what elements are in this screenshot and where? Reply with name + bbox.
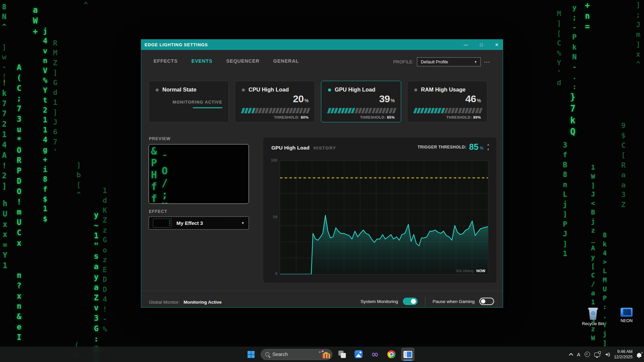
taskbar-app-photos[interactable] [352, 348, 365, 361]
chevron-down-icon: ▼ [241, 221, 245, 225]
threshold-label: THRESHOLD: [446, 115, 472, 119]
gpu-load-bar [328, 108, 395, 113]
profile-label: PROFILE: [393, 60, 414, 64]
taskbar-search[interactable]: Search [261, 349, 332, 360]
preview-glyph-column: ¯ O / ; M K [162, 153, 168, 204]
window-titlebar[interactable]: EDGE LIGHTING SETTINGS [141, 40, 503, 50]
event-card-normal-state[interactable]: Normal State MONITORING ACTIVE [149, 81, 229, 122]
copy-icon [338, 350, 346, 358]
global-monitor-label: Global Monitor: [149, 300, 180, 305]
system-monitoring-label: System Monitoring [361, 299, 398, 304]
gpu-load-value: 39 [379, 93, 390, 105]
footer-divider [141, 291, 503, 291]
card-title: CPU High Load [249, 86, 289, 93]
now-label: NOW [476, 269, 485, 273]
start-button[interactable] [244, 348, 258, 361]
desktop-icon-recycle-bin[interactable]: ♻ Recycle Bin [578, 308, 608, 326]
threshold-decrease-button[interactable]: ▼ [487, 148, 490, 151]
cpu-load-bar [242, 108, 309, 113]
matrix-glyph-column: } 7 k Q [570, 91, 576, 138]
effect-preview: & P H f f r¯ O / ; M K [149, 144, 249, 204]
window-title: EDGE LIGHTING SETTINGS [145, 42, 208, 47]
status-dot [328, 88, 331, 92]
matrix-glyph-column: A ( C ; 7 3 u * O R P D O ! m U C x [17, 62, 21, 248]
taskbar-app-edge-lighting-active[interactable] [401, 348, 415, 361]
system-monitoring-toggle[interactable] [403, 298, 418, 305]
matrix-glyph-column: ^ [84, 0, 88, 10]
taskbar-app-visual-studio[interactable]: ∞ [368, 348, 382, 361]
matrix-glyph-column: j 4 v n V % Y t 2 1 1 4 g + i 8 f $ 1 $ [43, 26, 47, 224]
taskbar: Search ∞ A ◄)) 9:46 AM 12/2/2025 [0, 347, 644, 362]
toggle-knob [481, 299, 485, 304]
y-axis-tick-100: 100 [267, 158, 277, 163]
network-display-icon[interactable] [594, 353, 600, 357]
card-title: Normal State [162, 86, 197, 93]
tab-sequencer[interactable]: SEQUENCER [226, 58, 260, 64]
event-card-ram-high-usage[interactable]: RAM High Usage 46% THRESHOLD:89% [407, 81, 487, 122]
tray-clock-icon[interactable] [585, 352, 590, 357]
tab-bar: EFFECTS EVENTS SEQUENCER GENERAL [154, 58, 299, 64]
matrix-glyph-column: M ] [ C % Y ' d [557, 9, 561, 88]
pause-when-gaming-toggle[interactable] [479, 298, 494, 305]
threshold-value: 85% [387, 115, 395, 119]
card-title: RAM High Usage [421, 86, 466, 93]
card-title: GPU High Load [335, 86, 375, 93]
monitoring-active-underline [193, 107, 222, 108]
effect-thumbnail [153, 219, 172, 228]
matrix-glyph-column: 8 N ^ [2, 2, 6, 32]
close-button[interactable]: ✕ [493, 40, 500, 50]
ram-usage-bar [414, 108, 482, 113]
maximize-button[interactable]: □ [478, 40, 485, 50]
matrix-glyph-column: 9 $ C [ R a a 3 Z [621, 121, 626, 209]
gpu-history-chart: 60s History NOW [280, 161, 488, 275]
chart-subtitle: HISTORY [314, 145, 336, 150]
trigger-threshold-unit: % [480, 146, 483, 150]
matrix-glyph-column: R M Z ] G d 1 ] J 6 7 ' [53, 38, 57, 157]
threshold-increase-button[interactable]: ▲ [487, 143, 490, 146]
preview-glyph-column: & P H f f r [151, 145, 157, 204]
tab-general[interactable]: GENERAL [273, 58, 299, 64]
tray-time: 9:46 AM [617, 349, 633, 354]
threshold-value: 80% [301, 115, 309, 119]
event-card-cpu-high-load[interactable]: CPU High Load 20% THRESHOLD:80% [235, 81, 315, 122]
footer-vertical-divider [425, 297, 425, 306]
matrix-glyph-column: a W + [33, 5, 38, 37]
matrix-glyph-column: ] ; J m ] x ^ [636, 0, 640, 69]
global-monitor-status: Monitoring Active [183, 300, 222, 305]
toggle-knob [411, 299, 416, 304]
notification-bell-icon[interactable]: z [637, 353, 641, 357]
effect-dropdown[interactable]: My Effect 3 ▼ [149, 217, 249, 230]
tab-effects[interactable]: EFFECTS [154, 58, 178, 64]
y-axis-tick-50: 50 [267, 215, 277, 219]
threshold-label: THRESHOLD: [360, 115, 386, 119]
monitoring-active-label: MONITORING ACTIVE [172, 100, 222, 105]
taskbar-app-snip[interactable] [335, 348, 349, 361]
threshold-value: 89% [473, 115, 481, 119]
threshold-label: THRESHOLD: [274, 115, 300, 119]
status-dot [156, 88, 159, 92]
matrix-glyph-column: h U x x = Y 1 [3, 198, 7, 271]
tab-events[interactable]: EVENTS [192, 58, 213, 64]
event-card-gpu-high-load[interactable]: GPU High Load 39% THRESHOLD:85% [321, 81, 401, 122]
matrix-glyph-column: ] b [ ^ [76, 160, 81, 200]
minimize-button[interactable]: — [463, 40, 469, 50]
matrix-glyph-column: ] w - ! [2, 42, 6, 82]
photos-icon [355, 350, 363, 358]
status-dot [414, 88, 417, 92]
chrome-icon [387, 350, 395, 358]
tray-overflow-chevron-icon[interactable] [569, 353, 573, 357]
effect-dropdown-value: My Effect 3 [176, 220, 236, 226]
status-dot [242, 88, 245, 92]
input-indicator-icon[interactable]: A [577, 352, 580, 357]
ram-usage-value: 46 [465, 93, 476, 105]
clock-date-display[interactable]: 9:46 AM 12/2/2025 [614, 349, 633, 360]
history-span-label: 60s History [457, 269, 474, 273]
search-highlight-graphic [319, 350, 330, 358]
profile-more-button[interactable]: ••• [484, 60, 490, 64]
profile-dropdown[interactable]: Default Profile ▼ [417, 57, 481, 66]
taskbar-app-chrome[interactable] [385, 348, 398, 361]
cpu-load-value: 20 [293, 93, 304, 105]
volume-icon[interactable]: ◄)) [604, 352, 609, 357]
desktop-icon-neon[interactable]: NEON [611, 308, 642, 323]
search-icon [265, 352, 269, 356]
